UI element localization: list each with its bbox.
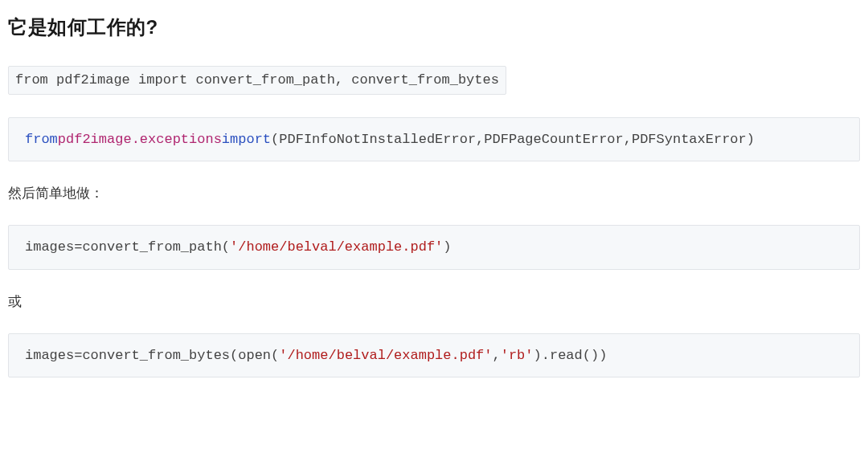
code-string-mode: 'rb': [501, 348, 534, 363]
code-rest: (PDFInfoNotInstalledError,PDFPageCountEr…: [271, 132, 755, 147]
paragraph-or: 或: [8, 292, 860, 311]
paragraph-then: 然后简单地做：: [8, 184, 860, 202]
code-module: pdf2image.exceptions: [58, 132, 222, 147]
code-block-import-exceptions: frompdf2image.exceptionsimport(PDFInfoNo…: [8, 117, 860, 162]
code-keyword-import: import: [222, 132, 271, 147]
code-suffix: ).read()): [534, 348, 608, 363]
code-keyword-from: from: [25, 132, 58, 147]
code-suffix: ): [443, 239, 451, 255]
document-content: 它是如何工作的? from pdf2image import convert_f…: [8, 14, 860, 377]
code-block-convert-bytes: images=convert_from_bytes(open('/home/be…: [8, 333, 860, 378]
code-line: from pdf2image import convert_from_path,…: [15, 72, 499, 88]
code-block-convert-path: images=convert_from_path('/home/belval/e…: [8, 225, 860, 270]
code-block-import-convert: from pdf2image import convert_from_path,…: [8, 66, 506, 95]
code-string: '/home/belval/example.pdf': [230, 239, 443, 255]
code-prefix: images=convert_from_path(: [25, 239, 230, 255]
code-mid: ,: [493, 348, 501, 363]
code-string-path: '/home/belval/example.pdf': [279, 348, 492, 363]
code-prefix: images=convert_from_bytes(open(: [25, 348, 279, 363]
section-heading: 它是如何工作的?: [8, 14, 860, 40]
